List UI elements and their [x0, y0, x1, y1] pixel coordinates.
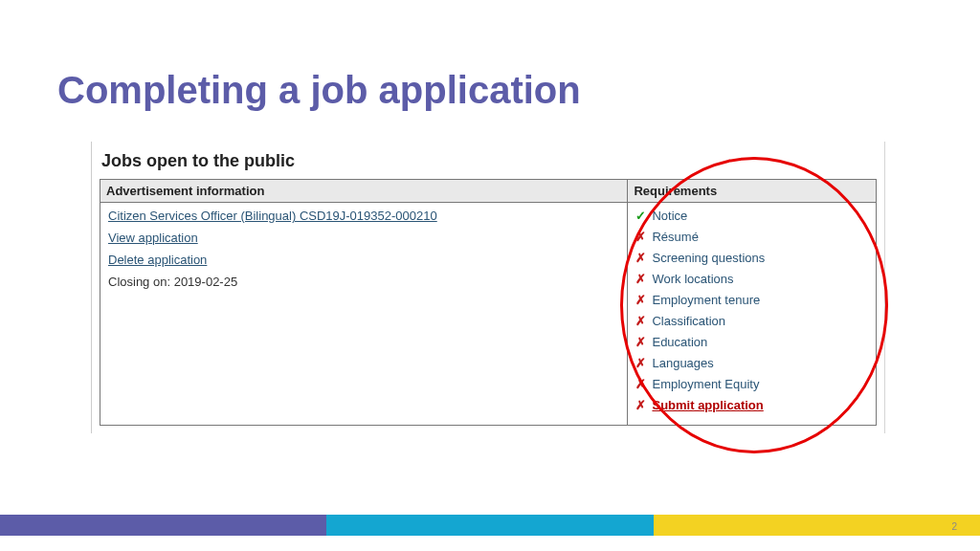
requirements-list: ✓Notice✗Résumé✗Screening questions✗Work …	[635, 209, 868, 412]
delete-application-link[interactable]: Delete application	[108, 253, 207, 267]
requirement-label[interactable]: Languages	[652, 356, 713, 370]
x-icon: ✗	[635, 399, 648, 411]
requirement-item: ✗Languages	[635, 356, 868, 370]
requirement-label[interactable]: Résumé	[652, 230, 698, 244]
x-icon: ✗	[635, 357, 648, 369]
footer-purple	[0, 515, 326, 536]
x-icon: ✗	[635, 294, 648, 306]
footer-yellow	[654, 515, 980, 536]
view-application-link[interactable]: View application	[108, 231, 198, 245]
requirement-item: ✗Screening questions	[635, 251, 868, 265]
requirement-label[interactable]: Employment tenure	[652, 293, 760, 307]
x-icon: ✗	[635, 315, 648, 327]
requirement-item: ✗Education	[635, 335, 868, 349]
panel-heading: Jobs open to the public	[101, 151, 877, 171]
requirement-item: ✓Notice	[635, 209, 868, 223]
submit-application-link[interactable]: Submit application	[652, 398, 763, 412]
requirement-label[interactable]: Employment Equity	[652, 377, 759, 391]
table-row: Citizen Services Officer (Bilingual) CSD…	[100, 203, 877, 426]
requirement-label[interactable]: Classification	[652, 314, 725, 328]
requirement-item: ✗Employment Equity	[635, 377, 868, 391]
requirement-label[interactable]: Work locations	[652, 272, 733, 286]
requirement-label[interactable]: Notice	[652, 209, 687, 223]
ad-info-cell: Citizen Services Officer (Bilingual) CSD…	[100, 203, 628, 426]
jobs-panel: Jobs open to the public Advertisement in…	[91, 142, 885, 433]
footer-cyan	[326, 515, 653, 536]
requirement-item: ✗Employment tenure	[635, 293, 868, 307]
requirement-item: ✗Work locations	[635, 272, 868, 286]
jobs-table: Advertisement information Requirements C…	[100, 179, 877, 426]
x-icon: ✗	[635, 273, 648, 285]
check-icon: ✓	[635, 209, 648, 222]
footer-stripe	[0, 515, 980, 536]
page-number: 2	[951, 521, 957, 532]
x-icon: ✗	[635, 336, 648, 348]
x-icon: ✗	[635, 231, 648, 243]
x-icon: ✗	[635, 378, 648, 390]
job-title-link[interactable]: Citizen Services Officer (Bilingual) CSD…	[108, 209, 437, 223]
requirement-item-submit: ✗Submit application	[635, 398, 868, 412]
requirements-cell: ✓Notice✗Résumé✗Screening questions✗Work …	[628, 203, 877, 426]
x-icon: ✗	[635, 252, 648, 264]
col-header-req: Requirements	[628, 180, 877, 203]
requirement-item: ✗Résumé	[635, 230, 868, 244]
requirement-label[interactable]: Education	[652, 335, 707, 349]
requirement-item: ✗Classification	[635, 314, 868, 328]
requirement-label[interactable]: Screening questions	[652, 251, 765, 265]
closing-date: Closing on: 2019-02-25	[108, 275, 619, 289]
slide-title: Completing a job application	[57, 69, 581, 112]
col-header-ad: Advertisement information	[100, 180, 628, 203]
